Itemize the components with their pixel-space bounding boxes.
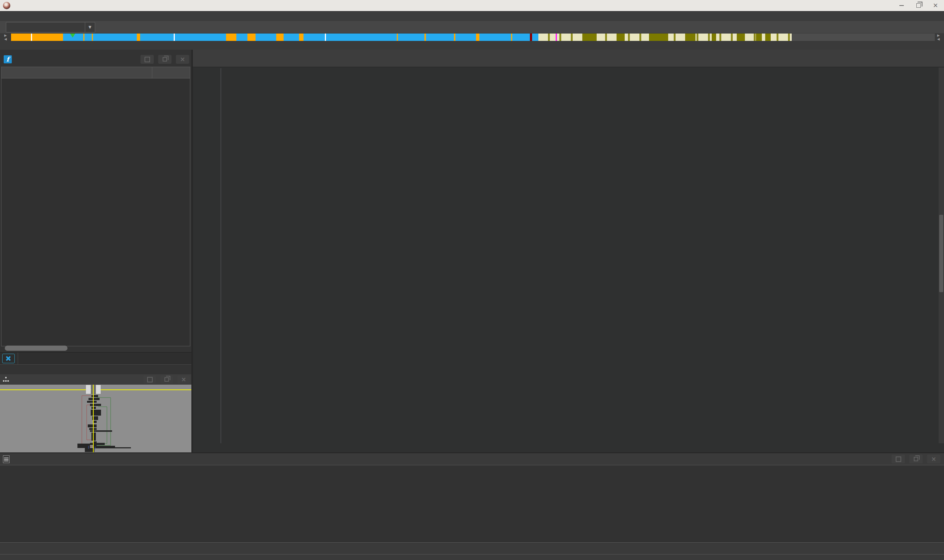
status-bar — [0, 554, 944, 560]
navband-track[interactable] — [11, 34, 935, 41]
graph-overview-header — [0, 374, 191, 385]
panel-close-button[interactable] — [176, 55, 189, 64]
app-icon — [3, 2, 10, 9]
python-prompt-row[interactable] — [0, 542, 944, 554]
function-filter-row — [0, 352, 191, 365]
title-bar: × — [0, 0, 944, 11]
code-vscrollbar[interactable] — [938, 68, 944, 443]
ida-window: × ▼ ▶◀ ▶◀ f — [0, 0, 944, 560]
graph-maximize-button[interactable] — [143, 375, 156, 383]
output-maximize-button[interactable] — [892, 455, 905, 463]
graph-icon — [3, 377, 9, 382]
functions-table — [1, 67, 190, 346]
close-button[interactable]: × — [927, 0, 944, 11]
functions-icon: f — [4, 55, 12, 63]
pseudocode-view[interactable] — [193, 68, 944, 452]
graph-close-button[interactable] — [177, 375, 190, 383]
output-panel — [0, 452, 944, 543]
output-close-button[interactable] — [927, 455, 940, 463]
panel-maximize-button[interactable] — [140, 55, 154, 64]
graph-overview-thumbnail[interactable] — [0, 385, 191, 452]
code-vscrollbar-thumb[interactable] — [939, 215, 943, 292]
panel-restore-button[interactable] — [158, 55, 171, 64]
functions-hscrollbar[interactable] — [5, 346, 68, 351]
restore-button[interactable] — [910, 0, 927, 11]
view-tab-bar — [193, 50, 944, 68]
toolbar: ▼ — [0, 21, 944, 33]
code-status-row — [193, 443, 944, 452]
menu-bar — [0, 11, 944, 22]
pseudocode-panel — [193, 50, 944, 452]
navband-left-arrows[interactable]: ▶◀ — [1, 34, 10, 41]
color-legend — [0, 41, 944, 50]
output-icon — [3, 455, 9, 463]
navigator-band[interactable]: ▶◀ ▶◀ — [0, 33, 944, 41]
column-segment[interactable] — [152, 67, 190, 78]
pseudocode-lines[interactable] — [193, 68, 938, 443]
chevron-down-icon[interactable]: ▼ — [85, 23, 95, 32]
functions-panel: f — [0, 50, 191, 452]
navband-right-arrows[interactable]: ▶◀ — [934, 34, 943, 41]
graph-restore-button[interactable] — [160, 375, 173, 383]
output-restore-button[interactable] — [909, 455, 922, 463]
debugger-select[interactable]: ▼ — [6, 22, 95, 32]
clear-filter-button[interactable] — [2, 354, 15, 363]
output-log[interactable] — [0, 465, 944, 543]
minimize-button[interactable] — [893, 0, 910, 11]
